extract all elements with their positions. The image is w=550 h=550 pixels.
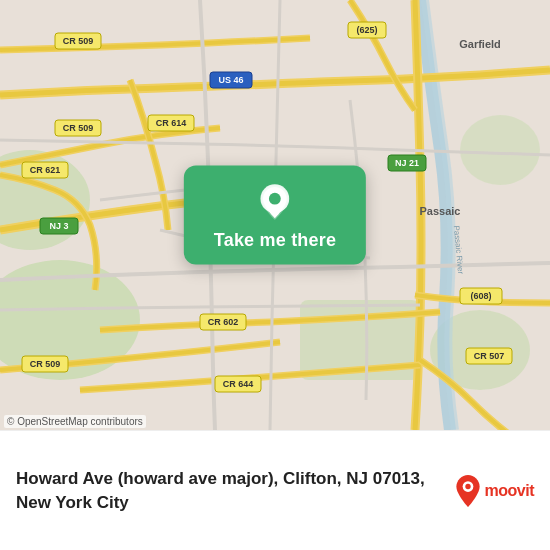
- svg-text:CR 509: CR 509: [63, 123, 94, 133]
- info-bar: Howard Ave (howard ave major), Clifton, …: [0, 430, 550, 550]
- location-pin-icon: [256, 184, 294, 222]
- location-text: Howard Ave (howard ave major), Clifton, …: [16, 467, 442, 515]
- svg-text:CR 509: CR 509: [63, 36, 94, 46]
- svg-text:NJ 21: NJ 21: [395, 158, 419, 168]
- svg-text:NJ 3: NJ 3: [49, 221, 68, 231]
- location-name: Howard Ave (howard ave major), Clifton, …: [16, 467, 442, 515]
- moovit-wordmark: moovit: [485, 482, 534, 500]
- svg-point-5: [460, 115, 540, 185]
- svg-point-36: [269, 193, 281, 205]
- take-me-there-area[interactable]: Take me there: [184, 166, 366, 265]
- moovit-icon-area: moovit: [454, 474, 534, 508]
- svg-text:CR 507: CR 507: [474, 351, 505, 361]
- svg-text:(608): (608): [470, 291, 491, 301]
- take-me-there-button[interactable]: Take me there: [214, 230, 336, 251]
- svg-text:Passaic: Passaic: [420, 205, 461, 217]
- svg-text:CR 602: CR 602: [208, 317, 239, 327]
- map-container: CR 509 US 46 CR 509 CR 614 CR 621 NJ 3 N…: [0, 0, 550, 430]
- navigation-card[interactable]: Take me there: [184, 166, 366, 265]
- svg-point-38: [465, 483, 470, 488]
- svg-text:CR 621: CR 621: [30, 165, 61, 175]
- svg-text:Garfield: Garfield: [459, 38, 501, 50]
- map-attribution: © OpenStreetMap contributors: [4, 415, 146, 428]
- location-name-line1: Howard Ave (howard ave major), Clifton, …: [16, 469, 425, 488]
- svg-text:CR 509: CR 509: [30, 359, 61, 369]
- svg-text:CR 644: CR 644: [223, 379, 254, 389]
- location-name-city: New York City: [16, 493, 129, 512]
- svg-text:US 46: US 46: [218, 75, 243, 85]
- moovit-pin-icon: [454, 474, 482, 508]
- svg-text:CR 614: CR 614: [156, 118, 187, 128]
- moovit-logo: moovit: [454, 474, 534, 508]
- svg-text:(625): (625): [356, 25, 377, 35]
